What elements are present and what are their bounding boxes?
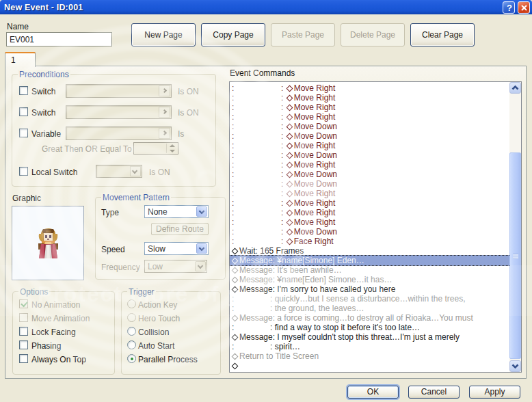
- svg-text:?: ?: [507, 3, 512, 13]
